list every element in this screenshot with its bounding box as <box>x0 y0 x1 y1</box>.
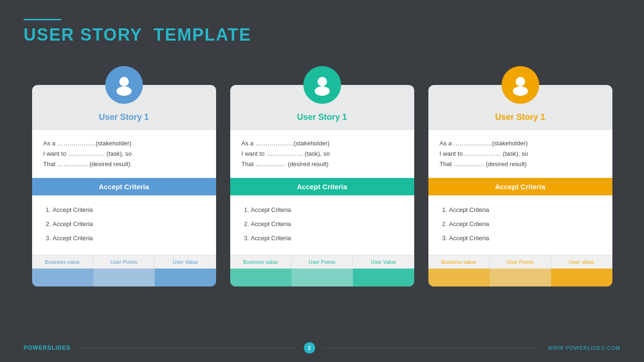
label-user-points-blue: User Points <box>93 255 155 269</box>
cards-container: User Story 1 As a ……………….(stakeholder) I… <box>24 66 620 286</box>
accept-header-orange: Accept Criteria <box>428 178 612 195</box>
label-business-value-teal: Business value <box>230 255 292 269</box>
card-content-orange: User Story 1 As a ……………….(stakeholder) I… <box>428 85 612 286</box>
bar-3-blue <box>155 269 216 286</box>
label-user-value-blue: User Value <box>155 255 216 269</box>
page-number: 2 <box>304 342 315 354</box>
svg-point-2 <box>318 77 327 86</box>
accept-item-teal-2: Accept Criteria <box>251 218 403 230</box>
footer-line-left <box>79 348 295 348</box>
url-plain: WWW. <box>548 345 566 351</box>
bar-1-blue <box>32 269 93 286</box>
footer-labels-teal: Business value User Points User Value <box>230 255 414 269</box>
svg-point-5 <box>513 86 528 96</box>
avatar-orange <box>502 66 539 104</box>
card-orange: User Story 1 As a ……………….(stakeholder) I… <box>428 66 612 286</box>
accept-header-teal: Accept Criteria <box>230 178 414 195</box>
footer-bars-blue <box>32 269 216 286</box>
header-line <box>24 19 61 20</box>
card-content-blue: User Story 1 As a ……………….(stakeholder) I… <box>32 85 216 286</box>
card-blue: User Story 1 As a ……………….(stakeholder) I… <box>32 66 216 286</box>
accept-item-blue-3: Accept Criteria <box>53 232 205 244</box>
desc-line-1-blue: As a ……………….(stakeholder) <box>43 138 205 149</box>
desc-line-3-orange: That …………… (desired result) <box>440 159 601 169</box>
svg-point-1 <box>117 86 132 96</box>
card-title-blue: User Story 1 <box>32 109 216 129</box>
page-footer: POWERSLIDES 2 WWW.POWERLIDES.COM <box>24 342 620 354</box>
bar-3-orange <box>551 269 612 286</box>
brand-accent: SLIDES <box>47 345 70 351</box>
label-user-value-teal: User Value <box>353 255 414 269</box>
accept-item-orange-1: Accept Criteria <box>449 204 601 216</box>
desc-line-2-orange: I want to ……………… (task), so <box>440 149 601 159</box>
accept-item-orange-3: Accept Criteria <box>449 232 601 244</box>
accept-header-blue: Accept Criteria <box>32 178 216 195</box>
label-user-value-orange: User Value <box>551 255 612 269</box>
desc-line-2-blue: I want to ……………… (task), so <box>43 149 205 159</box>
card-description-teal: As a ……………….(stakeholder) I want to …………… <box>230 129 414 178</box>
card-title-orange: User Story 1 <box>428 109 612 129</box>
accept-item-blue-1: Accept Criteria <box>53 204 205 216</box>
bar-3-teal <box>353 269 414 286</box>
title-plain: USER STORY <box>24 25 142 44</box>
accept-list-orange: Accept Criteria Accept Criteria Accept C… <box>428 195 612 255</box>
footer-bars-teal <box>230 269 414 286</box>
svg-point-0 <box>119 77 129 86</box>
bar-2-orange <box>490 269 551 286</box>
bar-2-blue <box>93 269 155 286</box>
accept-item-teal-3: Accept Criteria <box>251 232 403 244</box>
footer-labels-blue: Business value User Points User Value <box>32 255 216 269</box>
page-title: USER STORY TEMPLATE <box>24 25 251 45</box>
avatar-teal <box>303 66 341 104</box>
title-accent: TEMPLATE <box>153 25 251 44</box>
desc-line-1-teal: As a ……………….(stakeholder) <box>242 138 403 149</box>
desc-line-3-blue: That …………… (desired result) <box>43 159 205 169</box>
card-description-orange: As a ……………….(stakeholder) I want to …………… <box>428 129 612 178</box>
desc-line-1-orange: As a ……………….(stakeholder) <box>440 138 601 149</box>
svg-point-4 <box>516 77 525 86</box>
desc-line-3-teal: That …………… (desired result) <box>242 159 403 169</box>
accept-list-blue: Accept Criteria Accept Criteria Accept C… <box>32 195 216 255</box>
footer-brand: POWERSLIDES <box>24 345 71 351</box>
accept-item-orange-2: Accept Criteria <box>449 218 601 230</box>
card-description-blue: As a ……………….(stakeholder) I want to …………… <box>32 129 216 178</box>
avatar-blue <box>105 66 143 104</box>
card-teal: User Story 1 As a ……………….(stakeholder) I… <box>230 66 414 286</box>
desc-line-2-teal: I want to ……………… (task), so <box>242 149 403 159</box>
brand-plain: POWER <box>24 345 47 351</box>
accept-list-teal: Accept Criteria Accept Criteria Accept C… <box>230 195 414 255</box>
card-title-teal: User Story 1 <box>230 109 414 129</box>
label-business-value-blue: Business value <box>32 255 93 269</box>
bar-2-teal <box>292 269 353 286</box>
header: USER STORY TEMPLATE <box>24 19 251 45</box>
url-suffix: .COM <box>605 345 620 351</box>
card-content-teal: User Story 1 As a ……………….(stakeholder) I… <box>230 85 414 286</box>
label-business-value-orange: Business value <box>428 255 490 269</box>
accept-item-blue-2: Accept Criteria <box>53 218 205 230</box>
svg-point-3 <box>315 86 330 96</box>
label-user-points-teal: User Points <box>292 255 353 269</box>
label-user-points-orange: User Points <box>490 255 551 269</box>
url-accent: POWERLIDES <box>566 345 605 351</box>
bar-1-teal <box>230 269 292 286</box>
footer-url: WWW.POWERLIDES.COM <box>548 345 620 351</box>
footer-labels-orange: Business value User Points User Value <box>428 255 612 269</box>
accept-item-teal-1: Accept Criteria <box>251 204 403 216</box>
footer-bars-orange <box>428 269 612 286</box>
footer-line-right <box>324 348 540 348</box>
bar-1-orange <box>428 269 490 286</box>
